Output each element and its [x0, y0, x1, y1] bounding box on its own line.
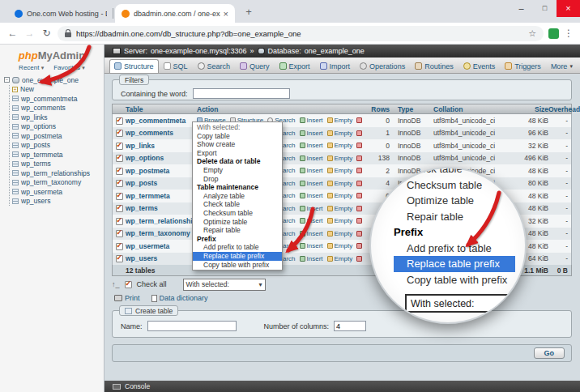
row-checkbox[interactable]	[116, 255, 123, 262]
sidebar-table-item[interactable]: wp_options	[12, 122, 104, 132]
menu-item-show-create[interactable]: Show create	[193, 140, 282, 149]
tab-export[interactable]: Export	[275, 59, 315, 73]
insert-action[interactable]: Insert	[300, 242, 323, 249]
row-checkbox[interactable]	[116, 180, 123, 187]
drop-action[interactable]: Drop	[356, 155, 364, 162]
tab-routines[interactable]: Routines	[410, 59, 458, 73]
sidebar-table-item[interactable]: wp_users	[12, 197, 104, 207]
drop-action[interactable]: Drop	[356, 205, 364, 212]
drop-action[interactable]: Drop	[356, 142, 364, 149]
menu-item-drop[interactable]: Drop	[193, 175, 282, 184]
header-rows[interactable]: Rows	[364, 105, 391, 113]
empty-action[interactable]: Empty	[327, 205, 353, 212]
row-checkbox[interactable]	[116, 205, 123, 212]
columns-count-input[interactable]	[334, 321, 366, 331]
favorites-dropdown[interactable]: Favorites ▾	[53, 64, 85, 71]
row-checkbox[interactable]	[116, 130, 123, 137]
sidebar-table-item[interactable]: wp_postmeta	[12, 131, 104, 141]
collapse-icon[interactable]: −	[4, 77, 10, 83]
tab-import[interactable]: Import	[315, 59, 356, 73]
sidebar-table-item[interactable]: wp_comments	[12, 104, 104, 113]
row-checkbox[interactable]	[116, 218, 123, 225]
recent-dropdown[interactable]: Recent ▾	[19, 64, 44, 71]
empty-action[interactable]: Empty	[327, 130, 353, 137]
drop-action[interactable]: Drop	[356, 192, 364, 199]
close-button[interactable]: ×	[557, 0, 580, 17]
insert-action[interactable]: Insert	[300, 217, 323, 224]
table-name-link[interactable]: wp_commentmeta	[126, 117, 197, 125]
check-all-checkbox[interactable]	[125, 281, 132, 288]
drop-action[interactable]: Drop	[356, 117, 364, 124]
drop-action[interactable]: Drop	[356, 230, 364, 237]
table-name-link[interactable]: wp_term_relationships	[126, 217, 197, 225]
tab-query[interactable]: Query	[235, 59, 275, 73]
menu-item-add-prefix[interactable]: Add prefix to table	[193, 243, 282, 252]
drop-action[interactable]: Drop	[356, 217, 364, 224]
row-checkbox[interactable]	[116, 155, 123, 162]
insert-action[interactable]: Insert	[300, 130, 323, 137]
sidebar-new-table-item[interactable]: + New	[12, 85, 104, 95]
insert-action[interactable]: Insert	[300, 117, 323, 124]
sidebar-table-item[interactable]: wp_termmeta	[12, 150, 104, 160]
database-name-link[interactable]: one_example_one	[305, 47, 365, 55]
go-button[interactable]: Go	[534, 347, 565, 359]
browser-tab-phpmyadmin[interactable]: dbadmin.one.com / one-example-... ×	[115, 4, 235, 23]
check-all-label[interactable]: Check all	[137, 280, 167, 288]
empty-action[interactable]: Empty	[327, 217, 353, 224]
menu-item-copy-table[interactable]: Copy table	[193, 132, 282, 141]
menu-item-replace-table-prefix[interactable]: Replace table prefix	[193, 252, 282, 261]
minimize-button[interactable]: –	[510, 0, 533, 17]
table-name-link[interactable]: wp_termmeta	[126, 192, 197, 200]
header-size[interactable]: Size	[513, 105, 548, 113]
row-checkbox[interactable]	[116, 143, 123, 150]
tab-operations[interactable]: Operations	[355, 59, 410, 73]
menu-item-empty[interactable]: Empty	[193, 166, 282, 175]
tab-sql[interactable]: SQL	[159, 59, 193, 73]
menu-item-copy-table-with-prefix[interactable]: Copy table with prefix	[193, 261, 282, 270]
insert-action[interactable]: Insert	[300, 255, 323, 262]
empty-action[interactable]: Empty	[327, 117, 353, 124]
header-type[interactable]: Type	[391, 105, 429, 113]
insert-action[interactable]: Insert	[300, 230, 323, 237]
insert-action[interactable]: Insert	[300, 142, 323, 149]
url-bar[interactable]: https://dbadmin.one.com/db_structure.php…	[58, 26, 544, 41]
menu-item-check-table[interactable]: Check table	[193, 200, 282, 209]
insert-action[interactable]: Insert	[300, 192, 323, 199]
back-icon[interactable]: ←	[6, 28, 19, 39]
data-dictionary-link[interactable]: Data dictionary	[151, 294, 208, 302]
empty-action[interactable]: Empty	[327, 255, 353, 262]
console-bar[interactable]: Console	[104, 381, 580, 392]
filters-legend[interactable]: Filters	[119, 75, 149, 85]
insert-action[interactable]: Insert	[300, 180, 323, 187]
table-name-link[interactable]: wp_term_taxonomy	[126, 229, 197, 237]
sidebar-table-item[interactable]: wp_links	[12, 113, 104, 122]
empty-action[interactable]: Empty	[327, 242, 353, 249]
sidebar-table-item[interactable]: wp_terms	[12, 160, 104, 169]
table-name-link[interactable]: wp_terms	[126, 204, 197, 212]
sidebar-table-item[interactable]: wp_posts	[12, 141, 104, 151]
menu-item-optimize-table[interactable]: Optimize table	[193, 218, 282, 227]
row-checkbox[interactable]	[116, 243, 123, 250]
empty-action[interactable]: Empty	[327, 192, 353, 199]
tab-search[interactable]: Search	[193, 59, 236, 73]
sidebar-table-item[interactable]: wp_term_taxonomy	[12, 178, 104, 188]
tab-close-icon[interactable]: ×	[224, 9, 228, 19]
empty-action[interactable]: Empty	[327, 180, 353, 187]
row-checkbox[interactable]	[116, 117, 123, 125]
reload-icon[interactable]: ↻	[41, 28, 53, 39]
print-link[interactable]: Print	[114, 294, 140, 302]
browser-tab-onecom[interactable]: One.com Web hosting - Doma...	[8, 4, 113, 23]
sidebar-table-item[interactable]: wp_usermeta	[12, 187, 104, 197]
menu-item-checksum-table[interactable]: Checksum table	[193, 209, 282, 218]
table-name-link[interactable]: wp_usermeta	[126, 242, 197, 250]
containing-word-input[interactable]	[193, 88, 290, 99]
tab-more[interactable]: More▾	[546, 59, 578, 73]
tab-triggers[interactable]: Triggers	[500, 59, 546, 73]
row-checkbox[interactable]	[116, 230, 123, 237]
empty-action[interactable]: Empty	[327, 230, 353, 237]
drop-action[interactable]: Drop	[356, 255, 364, 262]
empty-action[interactable]: Empty	[327, 167, 353, 174]
table-name-link[interactable]: wp_postmeta	[126, 167, 197, 175]
table-name-link[interactable]: wp_links	[126, 142, 197, 150]
drop-action[interactable]: Drop	[356, 130, 364, 137]
